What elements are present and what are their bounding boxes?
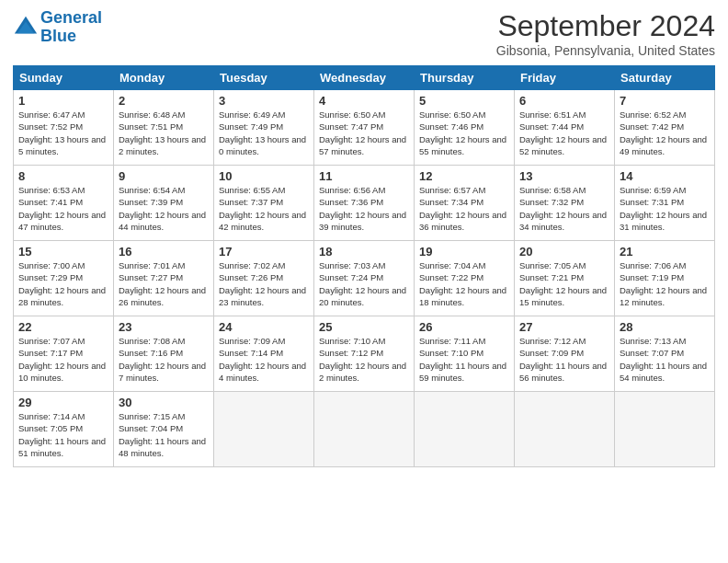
sunset-label: Sunset: 7:52 PM (18, 121, 83, 132)
day-number: 24 (219, 320, 309, 334)
calendar-cell: 10 Sunrise: 6:55 AM Sunset: 7:37 PM Dayl… (214, 166, 314, 241)
calendar-cell: 30 Sunrise: 7:15 AM Sunset: 7:04 PM Dayl… (114, 392, 214, 467)
calendar-cell: 6 Sunrise: 6:51 AM Sunset: 7:44 PM Dayli… (515, 90, 615, 166)
calendar-cell: 24 Sunrise: 7:09 AM Sunset: 7:14 PM Dayl… (214, 316, 314, 392)
col-saturday: Saturday (615, 66, 715, 90)
location-subtitle: Gibsonia, Pennsylvania, United States (496, 43, 715, 58)
sunrise-label: Sunrise: 6:55 AM (219, 185, 285, 195)
calendar-cell: 13 Sunrise: 6:58 AM Sunset: 7:32 PM Dayl… (515, 166, 615, 241)
day-info: Sunrise: 7:00 AM Sunset: 7:29 PM Dayligh… (18, 259, 108, 308)
day-number: 8 (18, 169, 108, 183)
day-number: 20 (519, 245, 609, 259)
day-info: Sunrise: 7:02 AM Sunset: 7:26 PM Dayligh… (219, 259, 309, 308)
daylight-label: Daylight: 12 hours and 57 minutes. (319, 134, 406, 156)
day-info: Sunrise: 6:59 AM Sunset: 7:31 PM Dayligh… (620, 184, 710, 233)
day-number: 27 (519, 320, 609, 334)
col-friday: Friday (515, 66, 615, 90)
day-number: 4 (319, 94, 409, 108)
calendar-cell: 1 Sunrise: 6:47 AM Sunset: 7:52 PM Dayli… (14, 90, 114, 166)
day-info: Sunrise: 7:09 AM Sunset: 7:14 PM Dayligh… (219, 335, 309, 384)
title-block: September 2024 Gibsonia, Pennsylvania, U… (496, 9, 715, 58)
sunrise-label: Sunrise: 6:58 AM (519, 185, 586, 195)
calendar-header-row: Sunday Monday Tuesday Wednesday Thursday… (14, 66, 715, 90)
sunset-label: Sunset: 7:46 PM (419, 121, 483, 132)
sunset-label: Sunset: 7:17 PM (18, 348, 83, 358)
calendar-cell (214, 392, 314, 467)
sunrise-label: Sunrise: 7:07 AM (18, 336, 85, 346)
day-number: 26 (419, 320, 509, 334)
sunrise-label: Sunrise: 6:51 AM (519, 109, 586, 120)
day-number: 1 (18, 94, 108, 108)
daylight-label: Daylight: 11 hours and 56 minutes. (519, 361, 607, 383)
day-info: Sunrise: 6:54 AM Sunset: 7:39 PM Dayligh… (119, 184, 209, 233)
sunset-label: Sunset: 7:24 PM (319, 272, 383, 282)
day-number: 22 (18, 320, 108, 334)
sunset-label: Sunset: 7:26 PM (219, 272, 283, 282)
calendar-cell: 25 Sunrise: 7:10 AM Sunset: 7:12 PM Dayl… (314, 316, 415, 392)
sunset-label: Sunset: 7:37 PM (219, 197, 283, 207)
day-info: Sunrise: 6:57 AM Sunset: 7:34 PM Dayligh… (419, 184, 509, 233)
sunset-label: Sunset: 7:10 PM (419, 348, 483, 358)
daylight-label: Daylight: 12 hours and 7 minutes. (119, 361, 206, 383)
daylight-label: Daylight: 13 hours and 5 minutes. (18, 134, 106, 156)
logo-line2: Blue (40, 27, 76, 45)
sunrise-label: Sunrise: 6:59 AM (620, 185, 686, 195)
daylight-label: Daylight: 12 hours and 31 minutes. (620, 210, 707, 232)
calendar-row: 8 Sunrise: 6:53 AM Sunset: 7:41 PM Dayli… (14, 166, 715, 241)
calendar-cell: 8 Sunrise: 6:53 AM Sunset: 7:41 PM Dayli… (14, 166, 114, 241)
daylight-label: Daylight: 12 hours and 2 minutes. (319, 361, 406, 383)
col-tuesday: Tuesday (214, 66, 314, 90)
calendar-row: 29 Sunrise: 7:14 AM Sunset: 7:05 PM Dayl… (14, 392, 715, 467)
calendar-cell: 26 Sunrise: 7:11 AM Sunset: 7:10 PM Dayl… (415, 316, 515, 392)
day-number: 17 (219, 245, 309, 259)
day-info: Sunrise: 7:15 AM Sunset: 7:04 PM Dayligh… (119, 410, 209, 459)
daylight-label: Daylight: 12 hours and 39 minutes. (319, 210, 406, 232)
calendar-cell (515, 392, 615, 467)
calendar-cell: 14 Sunrise: 6:59 AM Sunset: 7:31 PM Dayl… (615, 166, 715, 241)
day-info: Sunrise: 6:51 AM Sunset: 7:44 PM Dayligh… (519, 109, 609, 157)
day-info: Sunrise: 6:55 AM Sunset: 7:37 PM Dayligh… (219, 184, 309, 233)
sunrise-label: Sunrise: 6:56 AM (319, 185, 385, 195)
daylight-label: Daylight: 12 hours and 18 minutes. (419, 285, 506, 307)
sunrise-label: Sunrise: 7:13 AM (620, 336, 686, 346)
day-info: Sunrise: 7:13 AM Sunset: 7:07 PM Dayligh… (620, 335, 710, 384)
sunrise-label: Sunrise: 7:03 AM (319, 260, 385, 270)
calendar-cell (415, 392, 515, 467)
day-info: Sunrise: 7:12 AM Sunset: 7:09 PM Dayligh… (519, 335, 609, 384)
calendar-cell: 27 Sunrise: 7:12 AM Sunset: 7:09 PM Dayl… (515, 316, 615, 392)
calendar-cell: 22 Sunrise: 7:07 AM Sunset: 7:17 PM Dayl… (14, 316, 114, 392)
calendar-cell: 17 Sunrise: 7:02 AM Sunset: 7:26 PM Dayl… (214, 241, 314, 316)
daylight-label: Daylight: 13 hours and 2 minutes. (119, 134, 206, 156)
sunset-label: Sunset: 7:16 PM (119, 348, 183, 358)
daylight-label: Daylight: 13 hours and 0 minutes. (219, 134, 306, 156)
sunset-label: Sunset: 7:49 PM (219, 121, 283, 132)
calendar-row: 15 Sunrise: 7:00 AM Sunset: 7:29 PM Dayl… (14, 241, 715, 316)
calendar-cell: 20 Sunrise: 7:05 AM Sunset: 7:21 PM Dayl… (515, 241, 615, 316)
sunset-label: Sunset: 7:41 PM (18, 197, 83, 207)
sunrise-label: Sunrise: 6:48 AM (119, 109, 185, 120)
day-number: 2 (119, 94, 209, 108)
day-info: Sunrise: 7:14 AM Sunset: 7:05 PM Dayligh… (18, 410, 108, 459)
sunrise-label: Sunrise: 7:12 AM (519, 336, 586, 346)
calendar-cell: 19 Sunrise: 7:04 AM Sunset: 7:22 PM Dayl… (415, 241, 515, 316)
day-info: Sunrise: 7:05 AM Sunset: 7:21 PM Dayligh… (519, 259, 609, 308)
sunrise-label: Sunrise: 6:50 AM (419, 109, 485, 120)
daylight-label: Daylight: 11 hours and 48 minutes. (119, 436, 206, 458)
daylight-label: Daylight: 12 hours and 12 minutes. (620, 285, 707, 307)
day-number: 11 (319, 169, 409, 183)
day-info: Sunrise: 6:49 AM Sunset: 7:49 PM Dayligh… (219, 109, 309, 157)
day-number: 18 (319, 245, 409, 259)
sunrise-label: Sunrise: 6:53 AM (18, 185, 85, 195)
daylight-label: Daylight: 12 hours and 28 minutes. (18, 285, 106, 307)
day-number: 5 (419, 94, 509, 108)
day-number: 23 (119, 320, 209, 334)
day-number: 7 (620, 94, 710, 108)
sunrise-label: Sunrise: 7:14 AM (18, 411, 85, 421)
calendar-body: 1 Sunrise: 6:47 AM Sunset: 7:52 PM Dayli… (14, 90, 715, 467)
daylight-label: Daylight: 12 hours and 36 minutes. (419, 210, 506, 232)
sunset-label: Sunset: 7:14 PM (219, 348, 283, 358)
day-number: 13 (519, 169, 609, 183)
sunrise-label: Sunrise: 7:05 AM (519, 260, 586, 270)
sunrise-label: Sunrise: 6:49 AM (219, 109, 285, 120)
daylight-label: Daylight: 11 hours and 51 minutes. (18, 436, 106, 458)
